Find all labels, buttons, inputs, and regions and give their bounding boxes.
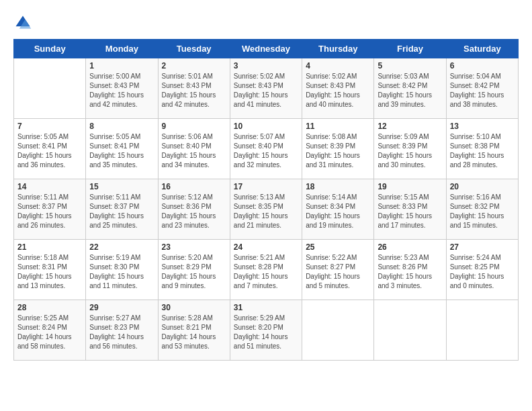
calendar-cell: 12 Sunrise: 5:09 AMSunset: 8:39 PMDaylig…	[374, 119, 446, 179]
day-number: 15	[89, 182, 154, 191]
calendar-cell: 30 Sunrise: 5:28 AMSunset: 8:21 PMDaylig…	[158, 300, 230, 361]
day-number: 26	[378, 242, 442, 252]
day-number: 12	[378, 122, 442, 131]
cell-info: Sunrise: 5:29 AMSunset: 8:20 PMDaylight:…	[234, 314, 298, 351]
cell-info: Sunrise: 5:27 AMSunset: 8:23 PMDaylight:…	[89, 314, 154, 351]
calendar-cell: 16 Sunrise: 5:12 AMSunset: 8:36 PMDaylig…	[158, 179, 230, 240]
calendar-cell: 25 Sunrise: 5:22 AMSunset: 8:27 PMDaylig…	[302, 240, 374, 300]
day-number: 28	[17, 303, 82, 312]
calendar-cell: 26 Sunrise: 5:23 AMSunset: 8:26 PMDaylig…	[374, 240, 446, 300]
col-header-thursday: Thursday	[302, 40, 374, 58]
day-number: 19	[378, 182, 442, 191]
cell-info: Sunrise: 5:04 AMSunset: 8:42 PMDaylight:…	[450, 72, 515, 109]
day-number: 24	[234, 242, 298, 252]
header-row: SundayMondayTuesdayWednesdayThursdayFrid…	[14, 40, 519, 58]
cell-info: Sunrise: 5:22 AMSunset: 8:27 PMDaylight:…	[306, 253, 370, 291]
day-number: 3	[234, 61, 298, 71]
calendar-cell: 8 Sunrise: 5:05 AMSunset: 8:41 PMDayligh…	[86, 119, 158, 179]
calendar-cell: 29 Sunrise: 5:27 AMSunset: 8:23 PMDaylig…	[86, 300, 158, 361]
day-number: 4	[306, 61, 370, 71]
cell-info: Sunrise: 5:06 AMSunset: 8:40 PMDaylight:…	[162, 132, 226, 170]
week-row-4: 21 Sunrise: 5:18 AMSunset: 8:31 PMDaylig…	[14, 240, 519, 300]
cell-info: Sunrise: 5:15 AMSunset: 8:33 PMDaylight:…	[378, 193, 442, 230]
cell-info: Sunrise: 5:10 AMSunset: 8:38 PMDaylight:…	[450, 132, 515, 170]
calendar-cell: 6 Sunrise: 5:04 AMSunset: 8:42 PMDayligh…	[446, 58, 518, 119]
day-number: 2	[162, 61, 226, 71]
day-number: 18	[306, 182, 370, 191]
day-number: 20	[450, 182, 515, 191]
cell-info: Sunrise: 5:02 AMSunset: 8:43 PMDaylight:…	[234, 72, 298, 109]
col-header-wednesday: Wednesday	[230, 40, 302, 58]
week-row-1: 1 Sunrise: 5:00 AMSunset: 8:43 PMDayligh…	[14, 58, 519, 119]
cell-info: Sunrise: 5:24 AMSunset: 8:25 PMDaylight:…	[450, 253, 515, 291]
calendar-cell: 15 Sunrise: 5:11 AMSunset: 8:37 PMDaylig…	[86, 179, 158, 240]
day-number: 23	[162, 242, 226, 252]
calendar-cell	[446, 300, 518, 361]
calendar-cell: 7 Sunrise: 5:05 AMSunset: 8:41 PMDayligh…	[14, 119, 86, 179]
day-number: 31	[234, 303, 298, 312]
cell-info: Sunrise: 5:02 AMSunset: 8:43 PMDaylight:…	[306, 72, 370, 109]
day-number: 22	[89, 242, 154, 252]
col-header-monday: Monday	[86, 40, 158, 58]
calendar-cell: 21 Sunrise: 5:18 AMSunset: 8:31 PMDaylig…	[14, 240, 86, 300]
col-header-tuesday: Tuesday	[158, 40, 230, 58]
calendar-cell: 5 Sunrise: 5:03 AMSunset: 8:42 PMDayligh…	[374, 58, 446, 119]
cell-info: Sunrise: 5:07 AMSunset: 8:40 PMDaylight:…	[234, 132, 298, 170]
calendar-cell: 19 Sunrise: 5:15 AMSunset: 8:33 PMDaylig…	[374, 179, 446, 240]
logo	[13, 13, 35, 32]
cell-info: Sunrise: 5:08 AMSunset: 8:39 PMDaylight:…	[306, 132, 370, 170]
col-header-saturday: Saturday	[446, 40, 518, 58]
day-number: 8	[89, 122, 154, 131]
calendar-cell: 17 Sunrise: 5:13 AMSunset: 8:35 PMDaylig…	[230, 179, 302, 240]
cell-info: Sunrise: 5:13 AMSunset: 8:35 PMDaylight:…	[234, 193, 298, 230]
cell-info: Sunrise: 5:05 AMSunset: 8:41 PMDaylight:…	[17, 132, 82, 170]
col-header-friday: Friday	[374, 40, 446, 58]
calendar-cell: 18 Sunrise: 5:14 AMSunset: 8:34 PMDaylig…	[302, 179, 374, 240]
cell-info: Sunrise: 5:16 AMSunset: 8:32 PMDaylight:…	[450, 193, 515, 230]
cell-info: Sunrise: 5:21 AMSunset: 8:28 PMDaylight:…	[234, 253, 298, 291]
day-number: 29	[89, 303, 154, 312]
cell-info: Sunrise: 5:09 AMSunset: 8:39 PMDaylight:…	[378, 132, 442, 170]
calendar-cell: 31 Sunrise: 5:29 AMSunset: 8:20 PMDaylig…	[230, 300, 302, 361]
cell-info: Sunrise: 5:20 AMSunset: 8:29 PMDaylight:…	[162, 253, 226, 291]
calendar-cell: 27 Sunrise: 5:24 AMSunset: 8:25 PMDaylig…	[446, 240, 518, 300]
calendar-cell	[374, 300, 446, 361]
day-number: 13	[450, 122, 515, 131]
day-number: 30	[162, 303, 226, 312]
calendar-cell: 13 Sunrise: 5:10 AMSunset: 8:38 PMDaylig…	[446, 119, 518, 179]
calendar-cell: 14 Sunrise: 5:11 AMSunset: 8:37 PMDaylig…	[14, 179, 86, 240]
day-number: 6	[450, 61, 515, 71]
week-row-2: 7 Sunrise: 5:05 AMSunset: 8:41 PMDayligh…	[14, 119, 519, 179]
calendar-cell: 22 Sunrise: 5:19 AMSunset: 8:30 PMDaylig…	[86, 240, 158, 300]
day-number: 5	[378, 61, 442, 71]
calendar-cell: 2 Sunrise: 5:01 AMSunset: 8:43 PMDayligh…	[158, 58, 230, 119]
cell-info: Sunrise: 5:01 AMSunset: 8:43 PMDaylight:…	[162, 72, 226, 109]
calendar-cell	[302, 300, 374, 361]
calendar-cell: 4 Sunrise: 5:02 AMSunset: 8:43 PMDayligh…	[302, 58, 374, 119]
cell-info: Sunrise: 5:03 AMSunset: 8:42 PMDaylight:…	[378, 72, 442, 109]
calendar-cell: 1 Sunrise: 5:00 AMSunset: 8:43 PMDayligh…	[86, 58, 158, 119]
calendar-cell: 9 Sunrise: 5:06 AMSunset: 8:40 PMDayligh…	[158, 119, 230, 179]
day-number: 21	[17, 242, 82, 252]
cell-info: Sunrise: 5:25 AMSunset: 8:24 PMDaylight:…	[17, 314, 82, 351]
cell-info: Sunrise: 5:14 AMSunset: 8:34 PMDaylight:…	[306, 193, 370, 230]
day-number: 11	[306, 122, 370, 131]
day-number: 16	[162, 182, 226, 191]
calendar-cell: 3 Sunrise: 5:02 AMSunset: 8:43 PMDayligh…	[230, 58, 302, 119]
day-number: 25	[306, 242, 370, 252]
page-header	[13, 13, 519, 32]
day-number: 17	[234, 182, 298, 191]
col-header-sunday: Sunday	[14, 40, 86, 58]
logo-icon	[13, 13, 32, 32]
cell-info: Sunrise: 5:05 AMSunset: 8:41 PMDaylight:…	[89, 132, 154, 170]
day-number: 9	[162, 122, 226, 131]
cell-info: Sunrise: 5:00 AMSunset: 8:43 PMDaylight:…	[89, 72, 154, 109]
day-number: 1	[89, 61, 154, 71]
day-number: 10	[234, 122, 298, 131]
day-number: 14	[17, 182, 82, 191]
calendar-cell: 10 Sunrise: 5:07 AMSunset: 8:40 PMDaylig…	[230, 119, 302, 179]
calendar-cell: 24 Sunrise: 5:21 AMSunset: 8:28 PMDaylig…	[230, 240, 302, 300]
calendar-cell	[14, 58, 86, 119]
week-row-3: 14 Sunrise: 5:11 AMSunset: 8:37 PMDaylig…	[14, 179, 519, 240]
cell-info: Sunrise: 5:19 AMSunset: 8:30 PMDaylight:…	[89, 253, 154, 291]
